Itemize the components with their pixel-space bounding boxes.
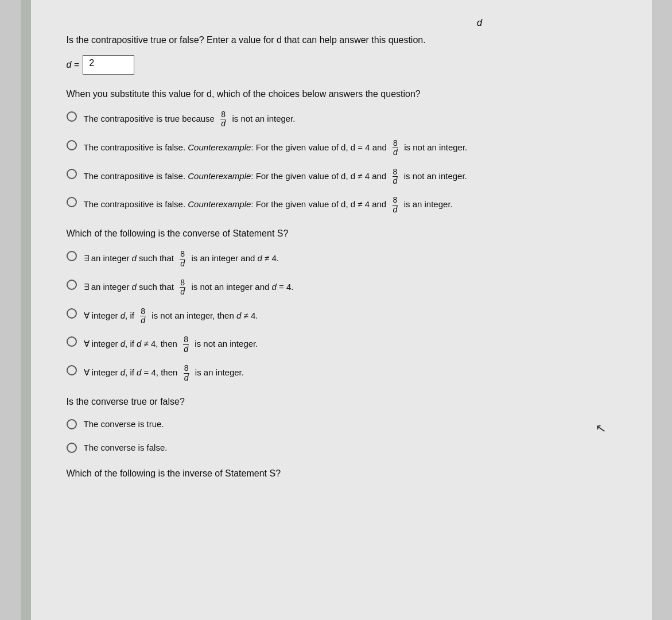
cp-option-4-text: The contrapositive is false. Counterexam… bbox=[84, 196, 617, 214]
cursor-arrow: ↖ bbox=[594, 421, 607, 437]
converse-true-false-group: The converse is true. The converse is fa… bbox=[67, 418, 617, 454]
converse-false-option[interactable]: The converse is false. bbox=[67, 441, 617, 455]
cv-option-2[interactable]: ∃ an integer d such that 8d is not an in… bbox=[67, 278, 617, 297]
cp-option-3-text: The contrapositive is false. Counterexam… bbox=[84, 168, 617, 186]
frac-8d-cp1: 8d bbox=[220, 110, 226, 129]
cp-option-2-text: The contrapositive is false. Counterexam… bbox=[84, 139, 617, 157]
cv-option-4-text: ∀ integer d, if d ≠ 4, then 8d is not an… bbox=[84, 335, 617, 354]
cv-option-3-text: ∀ integer d, if 8d is not an integer, th… bbox=[84, 307, 617, 326]
converse-true-false-question: Is the converse true or false? bbox=[67, 395, 617, 409]
cv-option-1-text: ∃ an integer d such that 8d is an intege… bbox=[84, 250, 617, 268]
frac-8d-cv5: 8d bbox=[184, 364, 189, 382]
page-container: d Is the contrapositive true or false? E… bbox=[21, 0, 652, 620]
cp-radio-3[interactable] bbox=[67, 169, 77, 179]
converse-true-radio[interactable] bbox=[67, 419, 77, 429]
cp-option-3[interactable]: The contrapositive is false. Counterexam… bbox=[67, 168, 617, 186]
cv-option-3[interactable]: ∀ integer d, if 8d is not an integer, th… bbox=[67, 307, 617, 326]
converse-false-label: The converse is false. bbox=[84, 441, 617, 455]
cv-radio-3[interactable] bbox=[67, 308, 77, 319]
converse-true-label: The converse is true. bbox=[84, 418, 617, 431]
intro-question: Is the contrapositive true or false? Ent… bbox=[67, 33, 617, 47]
cv-option-5[interactable]: ∀ integer d, if d = 4, then 8d is an int… bbox=[67, 364, 617, 382]
input-row: d = 2 bbox=[67, 55, 617, 75]
cv-radio-4[interactable] bbox=[67, 336, 77, 347]
frac-8d-cv4: 8d bbox=[183, 335, 189, 354]
frac-8d-cp3: 8d bbox=[393, 168, 398, 186]
cv-radio-2[interactable] bbox=[67, 280, 77, 290]
cv-radio-1[interactable] bbox=[67, 251, 77, 261]
cv-option-1[interactable]: ∃ an integer d such that 8d is an intege… bbox=[67, 250, 617, 268]
cv-option-5-text: ∀ integer d, if d = 4, then 8d is an int… bbox=[84, 364, 617, 382]
frac-8d-cv3: 8d bbox=[140, 307, 146, 326]
converse-true-option[interactable]: The converse is true. bbox=[67, 418, 617, 431]
variable-top-label: d bbox=[342, 17, 617, 29]
frac-8d-cp4: 8d bbox=[393, 196, 398, 214]
cp-option-1-text: The contrapositive is true because 8d is… bbox=[84, 110, 617, 129]
contrapositive-options: The contrapositive is true because 8d is… bbox=[67, 110, 617, 214]
cp-option-1[interactable]: The contrapositive is true because 8d is… bbox=[67, 110, 617, 129]
substitute-question: When you substitute this value for d, wh… bbox=[67, 87, 617, 101]
inverse-question: Which of the following is the inverse of… bbox=[67, 467, 617, 480]
cv-option-4[interactable]: ∀ integer d, if d ≠ 4, then 8d is not an… bbox=[67, 335, 617, 354]
cp-option-4[interactable]: The contrapositive is false. Counterexam… bbox=[67, 196, 617, 214]
frac-8d-cv1: 8d bbox=[180, 250, 185, 268]
cp-option-2[interactable]: The contrapositive is false. Counterexam… bbox=[67, 139, 617, 157]
converse-question: Which of the following is the converse o… bbox=[67, 227, 617, 241]
input-label: d = bbox=[67, 60, 80, 70]
cv-option-2-text: ∃ an integer d such that 8d is not an in… bbox=[84, 278, 617, 297]
cp-radio-4[interactable] bbox=[67, 197, 77, 207]
cp-radio-2[interactable] bbox=[67, 140, 77, 150]
frac-8d-cp2: 8d bbox=[393, 139, 398, 157]
d-input[interactable]: 2 bbox=[83, 55, 134, 75]
cv-radio-5[interactable] bbox=[67, 365, 77, 375]
converse-options: ∃ an integer d such that 8d is an intege… bbox=[67, 250, 617, 382]
cp-radio-1[interactable] bbox=[67, 111, 77, 122]
left-bar bbox=[21, 0, 31, 620]
frac-8d-cv2: 8d bbox=[180, 278, 185, 297]
converse-false-radio[interactable] bbox=[67, 443, 77, 453]
